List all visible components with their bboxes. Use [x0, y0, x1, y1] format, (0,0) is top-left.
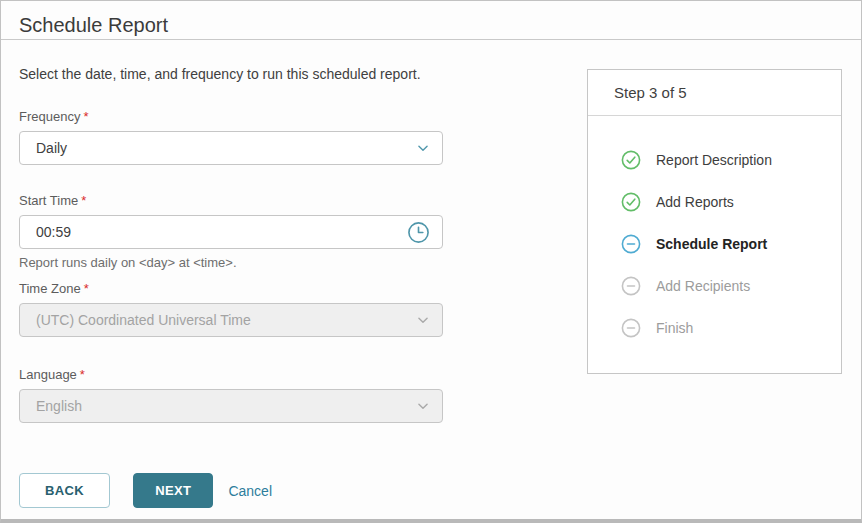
page-title: Schedule Report [19, 13, 861, 39]
frequency-value: Daily [36, 140, 416, 156]
check-circle-icon [621, 192, 641, 212]
page-header: Schedule Report [1, 1, 861, 40]
wizard-step-add-reports: Add Reports [621, 192, 831, 212]
wizard-step-finish: Finish [621, 318, 831, 338]
required-asterisk: * [80, 367, 85, 382]
wizard-step-schedule-report: Schedule Report [621, 234, 831, 254]
wizard-step-label: Report Description [656, 152, 772, 168]
schedule-report-page: { "page": { "title": "Schedule Report" }… [0, 0, 862, 523]
action-button-row: BACK NEXT Cancel [19, 473, 843, 508]
next-button[interactable]: NEXT [133, 473, 213, 508]
clock-icon[interactable] [407, 221, 430, 244]
start-time-value: 00:59 [36, 224, 407, 240]
cancel-link[interactable]: Cancel [228, 483, 272, 499]
start-time-input[interactable]: 00:59 [19, 215, 443, 249]
wizard-step-counter: Step 3 of 5 [588, 70, 841, 116]
language-value: English [36, 398, 416, 414]
wizard-step-label: Add Recipients [656, 278, 750, 294]
dash-circle-icon [621, 318, 641, 338]
language-field-group: Language* English [19, 367, 843, 423]
dash-circle-icon [621, 234, 641, 254]
wizard-step-list: Report Description Add Reports Schedule … [588, 116, 841, 373]
wizard-step-add-recipients: Add Recipients [621, 276, 831, 296]
time-zone-value: (UTC) Coordinated Universal Time [36, 312, 416, 328]
chevron-down-icon [416, 141, 430, 155]
back-button[interactable]: BACK [19, 473, 110, 508]
dash-circle-icon [621, 276, 641, 296]
frequency-select[interactable]: Daily [19, 131, 443, 165]
required-asterisk: * [81, 193, 86, 208]
wizard-step-label: Schedule Report [656, 236, 767, 252]
check-circle-icon [621, 150, 641, 170]
required-asterisk: * [83, 109, 88, 124]
time-zone-select: (UTC) Coordinated Universal Time [19, 303, 443, 337]
chevron-down-icon [416, 313, 430, 327]
wizard-step-report-description: Report Description [621, 150, 831, 170]
required-asterisk: * [84, 281, 89, 296]
wizard-step-label: Add Reports [656, 194, 734, 210]
language-select: English [19, 389, 443, 423]
wizard-step-panel: Step 3 of 5 Report Description Add Repor… [587, 69, 842, 374]
chevron-down-icon [416, 399, 430, 413]
wizard-step-label: Finish [656, 320, 693, 336]
